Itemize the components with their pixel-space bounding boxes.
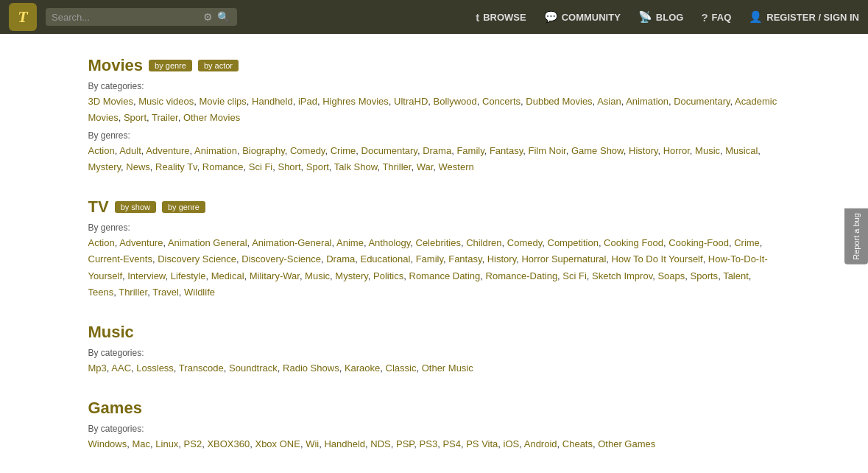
nav-faq[interactable]: ? FAQ: [701, 11, 731, 24]
list-item[interactable]: Thriller: [119, 287, 147, 298]
list-item[interactable]: Travel: [152, 287, 179, 298]
list-item[interactable]: PS2: [184, 438, 202, 449]
list-item[interactable]: Android: [524, 438, 557, 449]
list-item[interactable]: News: [126, 161, 150, 172]
list-item[interactable]: Movie clips: [200, 96, 247, 107]
list-item[interactable]: Sketch Improv: [592, 270, 652, 281]
list-item[interactable]: Comedy: [290, 145, 325, 156]
list-item[interactable]: Handheld: [324, 438, 365, 449]
list-item[interactable]: Comedy: [507, 237, 542, 248]
list-item[interactable]: Fantasy: [490, 145, 523, 156]
list-item[interactable]: Trailer: [152, 112, 178, 123]
list-item[interactable]: Bollywood: [434, 96, 477, 107]
list-item[interactable]: Horror Supernatural: [521, 253, 606, 264]
list-item[interactable]: Highres Movies: [322, 96, 389, 107]
list-item[interactable]: Concerts: [482, 96, 521, 107]
list-item[interactable]: Politics: [373, 270, 403, 281]
list-item[interactable]: Other Music: [422, 362, 473, 374]
list-item[interactable]: Children: [466, 237, 501, 248]
list-item[interactable]: Fantasy: [448, 253, 481, 264]
nav-community[interactable]: 💬 COMMUNITY: [544, 10, 621, 24]
list-item[interactable]: Western: [439, 161, 474, 172]
list-item[interactable]: Teens: [88, 287, 114, 298]
list-item[interactable]: Mystery: [88, 161, 121, 172]
list-item[interactable]: History: [629, 145, 657, 156]
list-item[interactable]: Romance Dating: [409, 270, 481, 281]
list-item[interactable]: Mystery: [335, 270, 368, 281]
list-item[interactable]: Transcode: [179, 362, 224, 374]
list-item[interactable]: Documentary: [674, 96, 730, 107]
list-item[interactable]: How To Do It Yourself: [612, 253, 703, 264]
list-item[interactable]: Sport: [306, 161, 329, 172]
list-item[interactable]: Cheats: [562, 438, 593, 449]
list-item[interactable]: Romance: [202, 161, 244, 172]
list-item[interactable]: History: [487, 253, 516, 264]
list-item[interactable]: Horror: [663, 145, 690, 156]
list-item[interactable]: Xbox ONE: [255, 438, 300, 449]
list-item[interactable]: iOS: [504, 438, 520, 449]
list-item[interactable]: Music: [695, 145, 720, 156]
list-item[interactable]: Game Show: [571, 145, 624, 156]
list-item[interactable]: iPad: [298, 96, 317, 107]
list-item[interactable]: Talk Show: [334, 161, 378, 172]
list-item[interactable]: Military-War: [250, 270, 300, 281]
list-item[interactable]: Drama: [423, 145, 451, 156]
list-item[interactable]: Musical: [725, 145, 758, 156]
nav-blog[interactable]: 📡 BLOG: [638, 10, 684, 24]
list-item[interactable]: Crime: [734, 237, 760, 248]
list-item[interactable]: 3D Movies: [88, 96, 133, 107]
list-item[interactable]: Adult: [119, 145, 141, 156]
list-item[interactable]: Competition: [548, 237, 599, 248]
list-item[interactable]: Music videos: [138, 96, 194, 107]
list-item[interactable]: Soundtrack: [229, 362, 278, 374]
list-item[interactable]: Windows: [88, 438, 127, 449]
list-item[interactable]: Documentary: [361, 145, 417, 156]
list-item[interactable]: Thriller: [382, 161, 411, 172]
list-item[interactable]: Other Movies: [183, 112, 240, 123]
list-item[interactable]: Wii: [306, 438, 319, 449]
search-icon[interactable]: 🔍: [217, 11, 230, 23]
nav-browse[interactable]: t BROWSE: [476, 11, 526, 24]
list-item[interactable]: Action: [88, 145, 115, 156]
list-item[interactable]: Interview: [127, 270, 165, 281]
list-item[interactable]: PS Vita: [466, 438, 498, 449]
list-item[interactable]: Short: [278, 161, 300, 172]
list-item[interactable]: Drama: [326, 253, 355, 264]
list-item[interactable]: Current-Events: [88, 253, 152, 264]
list-item[interactable]: Music: [305, 270, 330, 281]
list-item[interactable]: Talent: [723, 270, 749, 281]
list-item[interactable]: NDS: [370, 438, 390, 449]
tag-btn-by-show[interactable]: by show: [115, 201, 156, 213]
list-item[interactable]: Reality Tv: [155, 161, 197, 172]
list-item[interactable]: Radio Shows: [283, 362, 339, 374]
list-item[interactable]: Dubbed Movies: [526, 96, 592, 107]
list-item[interactable]: Wildlife: [184, 287, 215, 298]
list-item[interactable]: Biography: [242, 145, 285, 156]
list-item[interactable]: Medical: [211, 270, 244, 281]
list-item[interactable]: Educational: [360, 253, 410, 264]
list-item[interactable]: Anime: [336, 237, 364, 248]
list-item[interactable]: PS4: [442, 438, 461, 449]
list-item[interactable]: Animation General: [168, 237, 247, 248]
list-item[interactable]: Sci Fi: [249, 161, 273, 172]
list-item[interactable]: Soaps: [657, 270, 685, 281]
nav-register[interactable]: 👤 REGISTER / SIGN IN: [749, 10, 859, 24]
list-item[interactable]: Sports: [691, 270, 719, 281]
list-item[interactable]: Family: [416, 253, 443, 264]
list-item[interactable]: Discovery-Science: [241, 253, 321, 264]
list-item[interactable]: Animation: [194, 145, 237, 156]
list-item[interactable]: AAC: [111, 362, 131, 374]
list-item[interactable]: XBOX360: [207, 438, 250, 449]
list-item[interactable]: Family: [456, 145, 484, 156]
list-item[interactable]: Action: [88, 237, 115, 248]
gear-icon[interactable]: ⚙: [203, 11, 213, 23]
list-item[interactable]: Sci Fi: [562, 270, 587, 281]
list-item[interactable]: Celebrities: [416, 237, 461, 248]
tag-btn-by-genre[interactable]: by genre: [162, 201, 205, 213]
tag-btn-by-genre[interactable]: by genre: [149, 60, 192, 71]
list-item[interactable]: Lossless: [136, 362, 174, 374]
list-item[interactable]: Discovery Science: [158, 253, 236, 264]
list-item[interactable]: Romance-Dating: [486, 270, 558, 281]
list-item[interactable]: Other Games: [598, 438, 655, 449]
list-item[interactable]: Classic: [386, 362, 417, 374]
